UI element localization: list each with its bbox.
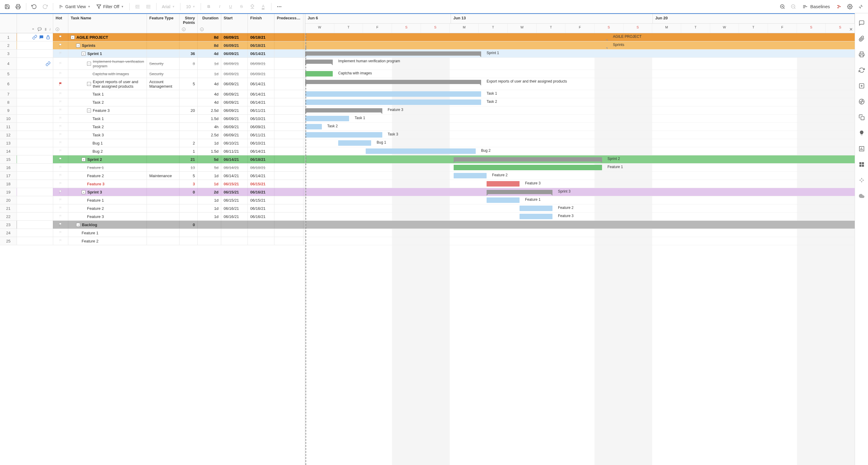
view-selector[interactable]: Gantt View ▼ [56, 2, 93, 11]
gantt-row[interactable]: Feature 1 [305, 196, 855, 204]
start-cell[interactable]: 06/16/21 [221, 204, 248, 212]
start-cell[interactable]: 06/11/21 [221, 147, 248, 155]
finish-cell[interactable]: 06/15/21 [248, 180, 274, 188]
finish-cell[interactable]: 06/14/21 [248, 50, 274, 57]
row-number[interactable]: 7 [0, 90, 17, 98]
table-row[interactable]: 13Bug 121d06/10/2106/10/21 [0, 139, 305, 147]
add-panel-button[interactable] [858, 82, 865, 89]
row-number[interactable]: 12 [0, 131, 17, 139]
hot-flag[interactable] [53, 115, 68, 122]
feature-type-cell[interactable] [147, 41, 180, 49]
finish-cell[interactable]: 06/11/21 [248, 131, 274, 139]
finish-cell[interactable]: 06/18/21 [248, 164, 274, 171]
finish-cell[interactable]: 06/10/21 [248, 115, 274, 122]
gantt-bar[interactable] [338, 140, 371, 146]
gantt-bar[interactable] [305, 80, 481, 84]
feature-type-cell[interactable] [147, 204, 180, 212]
gantt-row[interactable]: Task 3 [305, 131, 855, 139]
idea-panel-button[interactable] [858, 129, 865, 137]
comments-panel-button[interactable] [858, 19, 865, 27]
finish-cell[interactable]: 06/14/21 [248, 147, 274, 155]
feature-type-cell[interactable] [147, 237, 180, 245]
start-cell[interactable]: 06/09/21 [221, 90, 248, 98]
finish-cell[interactable]: 06/16/21 [248, 188, 274, 196]
story-points-cell[interactable] [180, 123, 198, 130]
start-cell[interactable]: 06/15/21 [221, 180, 248, 188]
comment-icon[interactable] [39, 35, 44, 39]
task-name-cell[interactable]: -Sprint 2 [68, 155, 147, 163]
critical-path-button[interactable] [834, 2, 844, 11]
story-points-cell[interactable] [180, 115, 198, 122]
gantt-bar[interactable] [305, 91, 481, 97]
collapse-toggle[interactable]: - [87, 109, 91, 113]
duration-cell[interactable]: 5d [198, 155, 221, 163]
story-points-cell[interactable]: 1 [180, 147, 198, 155]
row-number[interactable]: 19 [0, 188, 17, 196]
start-cell[interactable]: 06/14/21 [221, 164, 248, 171]
save-button[interactable] [2, 2, 12, 11]
task-name-cell[interactable]: Bug 2 [68, 147, 147, 155]
duration-cell[interactable]: 4d [198, 98, 221, 106]
table-row[interactable]: 10Task 11.5d06/09/2106/10/21 [0, 115, 305, 123]
task-name-cell[interactable]: Task 1 [68, 90, 147, 98]
predecessors-cell[interactable] [274, 155, 304, 163]
row-number[interactable]: 14 [0, 147, 17, 155]
table-row[interactable]: 6-Export reports of user and their assig… [0, 78, 305, 90]
hot-flag[interactable] [53, 50, 68, 57]
task-name-cell[interactable]: -Implement human verification program [68, 58, 147, 69]
row-number[interactable]: 8 [0, 98, 17, 106]
hot-flag[interactable] [53, 147, 68, 155]
hot-flag[interactable] [53, 98, 68, 106]
story-points-cell[interactable]: 21 [180, 155, 198, 163]
start-cell[interactable] [221, 237, 248, 245]
gantt-bar[interactable] [305, 71, 333, 77]
collapse-toggle[interactable]: - [71, 35, 75, 39]
start-cell[interactable] [221, 221, 248, 229]
row-number[interactable]: 24 [0, 229, 17, 237]
gantt-row[interactable]: Sprint 3 [305, 188, 855, 196]
hot-flag[interactable] [53, 58, 68, 69]
gantt-bar[interactable] [520, 206, 553, 211]
predecessors-cell[interactable] [274, 33, 304, 41]
table-row[interactable]: 14Bug 211.5d06/11/2106/14/21 [0, 147, 305, 155]
redo-button[interactable] [40, 2, 50, 11]
feature-type-cell[interactable] [147, 188, 180, 196]
duration-cell[interactable]: 1.5d [198, 115, 221, 122]
duration-cell[interactable]: 8d [198, 41, 221, 49]
grid-panel-button[interactable] [858, 161, 865, 168]
predecessors-cell[interactable] [274, 164, 304, 171]
task-name-cell[interactable]: Feature 3 [68, 212, 147, 221]
table-row[interactable]: 16Feature 1135d06/14/2106/18/21 [0, 164, 305, 172]
activity-panel-button[interactable] [858, 98, 865, 105]
gantt-bar[interactable] [305, 60, 333, 64]
finish-cell[interactable]: 06/16/21 [248, 212, 274, 221]
strikethrough-button[interactable]: S [237, 2, 246, 11]
copy-panel-button[interactable] [858, 114, 865, 121]
finish-cell[interactable] [248, 221, 274, 229]
task-name-cell[interactable]: Task 1 [68, 115, 147, 122]
start-cell[interactable]: 06/09/21 [221, 115, 248, 122]
hot-flag[interactable] [53, 139, 68, 147]
feature-type-cell[interactable]: Account Management [147, 78, 180, 90]
tag-panel-button[interactable] [858, 177, 865, 184]
start-cell[interactable]: 06/15/21 [221, 188, 248, 196]
feature-type-cell[interactable] [147, 123, 180, 130]
table-row[interactable]: 3-Sprint 1364d06/09/2106/14/21 [0, 50, 305, 58]
table-row[interactable]: 5Captcha with imagesSecurity1d06/09/2106… [0, 70, 305, 78]
attachments-panel-button[interactable] [858, 35, 865, 42]
finish-cell[interactable]: 06/15/21 [248, 196, 274, 204]
table-row[interactable]: 25Feature 2 [0, 237, 305, 245]
duration-cell[interactable]: 1d [198, 58, 221, 69]
gantt-row[interactable]: Feature 3 [305, 212, 855, 221]
task-name-cell[interactable]: Feature 1 [68, 164, 147, 171]
gantt-row[interactable]: AGILE PROJECT [305, 33, 855, 41]
fontsize-selector[interactable]: 10 ▼ [183, 2, 198, 11]
gantt-bar[interactable] [454, 157, 602, 162]
table-row[interactable]: 22Feature 31d06/16/2106/16/21 [0, 212, 305, 221]
task-name-cell[interactable]: -AGILE PROJECT [68, 33, 147, 41]
start-cell[interactable]: 06/16/21 [221, 212, 248, 221]
col-feature[interactable]: Feature Type [147, 14, 180, 33]
feature-type-cell[interactable] [147, 164, 180, 171]
gantt-row[interactable]: Sprint 1 [305, 50, 855, 58]
start-cell[interactable]: 06/09/21 [221, 50, 248, 57]
